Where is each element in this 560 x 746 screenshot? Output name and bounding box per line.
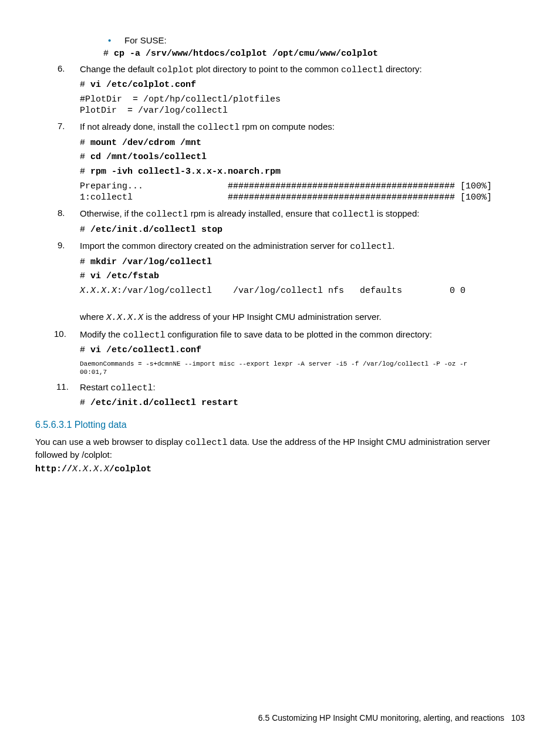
step-9-cmd1: # mkdir /var/log/collectl [80, 257, 525, 268]
step-9: 9. Import the common directory created o… [35, 240, 525, 324]
step-suse: For SUSE: # cp -a /srv/www/htdocs/colplo… [35, 35, 525, 60]
suse-cmd: # cp -a /srv/www/htdocs/colplot /opt/cmu… [80, 49, 525, 60]
step-11-text: Restart collectl: [80, 382, 525, 394]
step-7-cmd2: # cd /mnt/tools/collectl [80, 152, 525, 163]
step-10-out: DaemonCommands = -s+dcmnNE --import misc… [80, 360, 525, 377]
step-9-out: X.X.X.X:/var/log/collectl /var/log/colle… [80, 286, 525, 297]
page-root: For SUSE: # cp -a /srv/www/htdocs/colplo… [0, 0, 560, 746]
step-6-cmd: # vi /etc/colplot.conf [80, 80, 525, 91]
step-7-text: If not already done, install the collect… [80, 121, 525, 134]
step-7: 7. If not already done, install the coll… [35, 121, 525, 203]
suse-label: For SUSE: [124, 35, 167, 45]
step-6: 6. Change the default colplot plot direc… [35, 63, 525, 117]
step-7-out: Preparing... ###########################… [80, 181, 525, 204]
section-heading: 6.5.6.3.1 Plotting data [35, 420, 525, 430]
suse-bullet: For SUSE: [80, 35, 525, 45]
step-6-text: Change the default colplot plot director… [80, 63, 525, 76]
step-7-cmd3: # rpm -ivh collectl-3.x.x-x.noarch.rpm [80, 167, 525, 178]
step-8: 8. Otherwise, if the collectl rpm is alr… [35, 208, 525, 235]
step-7-cmd1: # mount /dev/cdrom /mnt [80, 138, 525, 149]
step-8-num: 8. [58, 208, 65, 218]
step-8-text: Otherwise, if the collectl rpm is alread… [80, 208, 525, 221]
step-10-cmd: # vi /etc/collectl.conf [80, 345, 525, 356]
step-9-cmd2: # vi /etc/fstab [80, 271, 525, 282]
step-6-out: #PlotDir = /opt/hp/collectl/plotfiles Pl… [80, 94, 525, 117]
step-10: 10. Modify the collectl configuration fi… [35, 329, 525, 377]
step-10-text: Modify the collectl configuration file t… [80, 329, 525, 342]
instruction-list: For SUSE: # cp -a /srv/www/htdocs/colplo… [35, 35, 525, 409]
section-url: http://X.X.X.X/colplot [35, 464, 525, 475]
step-10-num: 10. [54, 329, 66, 339]
step-8-cmd: # /etc/init.d/collectl stop [80, 225, 525, 236]
step-7-num: 7. [58, 121, 65, 131]
step-9-where: where X.X.X.X is the address of your HP … [80, 311, 525, 324]
step-9-text: Import the common directory created on t… [80, 240, 525, 253]
step-11-cmd: # /etc/init.d/collectl restart [80, 398, 525, 409]
page-footer: 6.5 Customizing HP Insight CMU monitorin… [258, 713, 525, 723]
step-11: 11. Restart collectl: # /etc/init.d/coll… [35, 382, 525, 409]
step-11-num: 11. [56, 382, 69, 391]
section-para: You can use a web browser to display col… [35, 436, 525, 461]
footer-text: 6.5 Customizing HP Insight CMU monitorin… [258, 713, 504, 723]
step-6-num: 6. [58, 63, 65, 73]
step-9-num: 9. [58, 240, 65, 250]
footer-page: 103 [511, 713, 525, 723]
